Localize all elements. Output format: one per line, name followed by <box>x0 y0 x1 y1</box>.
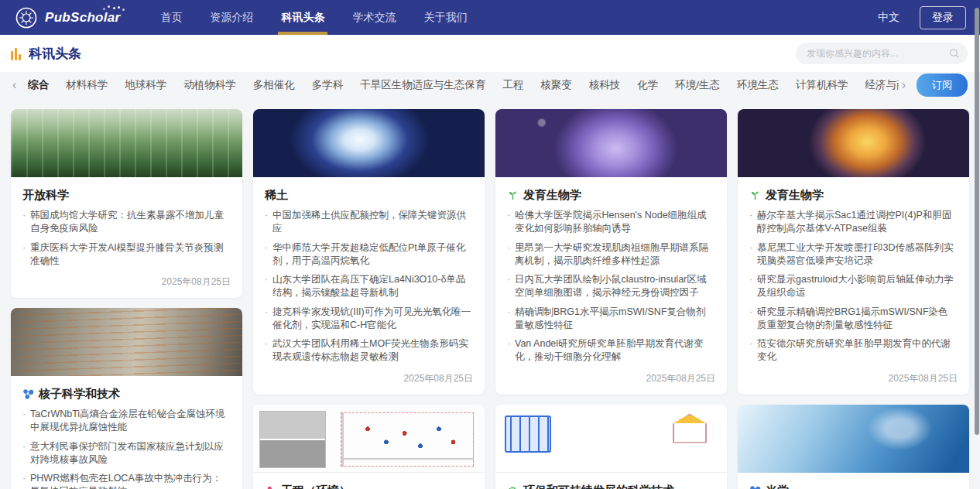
news-item[interactable]: PHWR燃料包壳在LOCA事故中热冲击行为：氢氧协同效应导致裂纹 <box>22 472 231 489</box>
news-item[interactable]: 精确调制BRG1水平揭示mSWI/SNF复合物剂量敏感性特征 <box>507 306 715 333</box>
tab-6[interactable]: 干旱区生物适应与生态保育 <box>360 78 485 92</box>
news-item[interactable]: 中国加强稀土供应配额控制，保障关键资源供应 <box>265 209 473 236</box>
column-3: 发育生物学赫尔辛基大学揭示Sac1通过调控PI(4)P和胆固醇控制高尔基体V-A… <box>738 109 969 489</box>
tab-9[interactable]: 核科技 <box>589 78 621 92</box>
news-list: 哈佛大学医学院揭示Hensen's Node细胞组成变化如何影响胚胎轴向诱导里昂… <box>507 209 715 364</box>
news-card[interactable]: 核子科学和技术TaCrWNbTi高熵合金涂层在铅铋合金腐蚀环境中展现优异抗腐蚀性… <box>11 308 242 489</box>
card-title[interactable]: 开放科学 <box>22 188 231 203</box>
news-item[interactable]: 赫尔辛基大学揭示Sac1通过调控PI(4)P和胆固醇控制高尔基体V-ATPase… <box>749 209 958 236</box>
nav-item-3[interactable]: 学术交流 <box>352 0 396 35</box>
news-item[interactable]: 范安德尔研究所研究单胚胎早期发育中的代谢变化 <box>749 337 958 364</box>
green-campus-image[interactable] <box>11 109 242 177</box>
tab-11[interactable]: 环境/生态 <box>675 78 720 92</box>
tabs-next-icon[interactable]: › <box>899 78 909 92</box>
card-body: 发育生物学哈佛大学医学院揭示Hensen's Node细胞组成变化如何影响胚胎轴… <box>495 177 727 395</box>
news-item[interactable]: TaCrWNbTi高熵合金涂层在铅铋合金腐蚀环境中展现优异抗腐蚀性能 <box>22 408 231 435</box>
card-title-text: 核子科学和技术 <box>39 387 120 402</box>
card-title[interactable]: 工程（环境） <box>265 484 473 489</box>
blue-micro-image[interactable] <box>738 405 969 473</box>
tab-10[interactable]: 化学 <box>637 78 658 92</box>
tab-0[interactable]: 综合 <box>28 78 49 92</box>
cas-logo-icon[interactable] <box>15 7 37 29</box>
news-item[interactable]: Van Andel研究所研究单胚胎早期发育代谢变化，推动干细胞分化理解 <box>507 337 715 364</box>
news-item[interactable]: 捷克科学家发现钪(III)可作为可见光光氧化唯一催化剂，实现温和C-H官能化 <box>265 306 473 333</box>
card-date: 2025年08月25日 <box>507 372 715 385</box>
card-title[interactable]: 光学 <box>749 484 958 489</box>
news-card[interactable]: 发育生物学赫尔辛基大学揭示Sac1通过调控PI(4)P和胆固醇控制高尔基体V-A… <box>738 109 969 395</box>
card-title[interactable]: 发育生物学 <box>507 188 715 203</box>
news-item[interactable]: 里昂第一大学研究发现肌肉祖细胞早期谱系隔离机制，揭示肌肉纤维多样性起源 <box>507 241 715 268</box>
metal-surface-image[interactable] <box>11 308 242 376</box>
column-0: 开放科学韩国成均馆大学研究：抗生素暴露不增加儿童自身免疫病风险重庆医科大学开发A… <box>11 109 242 489</box>
news-item[interactable]: 华中师范大学开发超稳定低配位Pt单原子催化剂，用于高温丙烷氧化 <box>265 241 473 268</box>
news-item[interactable]: 重庆医科大学开发AI模型提升膝骨关节炎预测准确性 <box>22 241 231 268</box>
tabs-prev-icon[interactable]: ‹ <box>9 78 19 92</box>
tab-3[interactable]: 动植物科学 <box>183 78 236 92</box>
sprout-icon <box>749 190 761 201</box>
news-list: 赫尔辛基大学揭示Sac1通过调控PI(4)P和胆固醇控制高尔基体V-ATPase… <box>749 209 958 364</box>
card-body: 核子科学和技术TaCrWNbTi高熵合金涂层在铅铋合金腐蚀环境中展现优异抗腐蚀性… <box>11 376 242 489</box>
subscribe-button[interactable]: 订阅 <box>917 74 968 97</box>
tab-7[interactable]: 工程 <box>502 78 523 92</box>
news-item[interactable]: 武汉大学团队利用稀土MOF荧光生物条形码实现表观遗传标志物超灵敏检测 <box>265 337 473 364</box>
language-switch[interactable]: 中文 <box>878 11 899 25</box>
news-list: 中国加强稀土供应配额控制，保障关键资源供应华中师范大学开发超稳定低配位Pt单原子… <box>265 209 473 364</box>
news-item[interactable]: 山东大学团队在高压下确定La4Ni3O10-δ单晶结构，揭示镍酸盐超导新机制 <box>265 273 473 300</box>
card-title[interactable]: 核子科学和技术 <box>22 387 231 402</box>
search-box[interactable] <box>796 43 968 64</box>
search-icon[interactable] <box>949 48 960 59</box>
card-date: 2025年08月25日 <box>22 275 231 289</box>
card-title-text: 发育生物学 <box>766 188 824 203</box>
nav-item-1[interactable]: 资源介绍 <box>210 0 253 35</box>
energy-diagram-image[interactable] <box>495 405 727 473</box>
news-item[interactable]: 意大利民事保护部门发布国家核应急计划以应对跨境核事故风险 <box>22 440 231 467</box>
news-item[interactable]: 研究显示精确调控BRG1揭示mSWI/SNF染色质重塑复合物的剂量敏感性特征 <box>749 306 958 333</box>
news-card[interactable]: 发育生物学哈佛大学医学院揭示Hensen's Node细胞组成变化如何影响胚胎轴… <box>495 109 727 395</box>
news-item[interactable]: 日内瓦大学团队绘制小鼠claustro-insular区域空间单细胞图谱，揭示神… <box>507 273 715 300</box>
news-item[interactable]: 研究显示gastruloid大小影响前后轴延伸动力学及组织命运 <box>749 273 958 300</box>
column-1: 稀土中国加强稀土供应配额控制，保障关键资源供应华中师范大学开发超稳定低配位Pt单… <box>253 109 485 489</box>
purple-cells-image[interactable] <box>495 109 727 177</box>
ice-crystal-image[interactable] <box>253 109 485 177</box>
card-title-text: 稀土 <box>265 188 288 203</box>
card-title[interactable]: 发育生物学 <box>749 188 958 203</box>
category-tabs-bar: ‹ 综合材料科学地球科学动植物科学多相催化多学科干旱区生物适应与生态保育工程核聚… <box>0 72 980 98</box>
news-card[interactable]: 环保和可持续发展的科学技术氨基混合能源系统：技术、优化方法、目标、限制、应用和突… <box>495 405 727 489</box>
tab-2[interactable]: 地球科学 <box>125 78 166 92</box>
news-card[interactable]: 稀土中国加强稀土供应配额控制，保障关键资源供应华中师范大学开发超稳定低配位Pt单… <box>253 109 485 395</box>
page-title: 科讯头条 <box>29 45 81 63</box>
card-title-text: 发育生物学 <box>523 188 581 203</box>
news-item[interactable]: 韩国成均馆大学研究：抗生素暴露不增加儿童自身免疫病风险 <box>22 209 231 236</box>
nav-item-2[interactable]: 科讯头条 <box>281 0 324 35</box>
news-card[interactable]: 工程（环境）不同来源聚乙烯微塑料衍生的镉（Ⅱ）载体效应的比较研究苏州式园林水体蜡… <box>253 405 485 489</box>
scrollbar[interactable] <box>975 8 979 435</box>
page-header: 科讯头条 <box>0 35 980 72</box>
tab-4[interactable]: 多相催化 <box>253 78 295 92</box>
scatter-figure-image[interactable] <box>253 405 485 473</box>
tab-5[interactable]: 多学科 <box>312 78 344 92</box>
search-input[interactable] <box>807 48 949 59</box>
brand-logo[interactable]: PubScholar <box>45 10 120 26</box>
login-button[interactable]: 登录 <box>920 6 966 29</box>
tab-12[interactable]: 环境生态 <box>737 78 779 92</box>
news-card[interactable]: 开放科学韩国成均馆大学研究：抗生素暴露不增加儿童自身免疫病风险重庆医科大学开发A… <box>11 109 242 298</box>
news-item[interactable]: 哈佛大学医学院揭示Hensen's Node细胞组成变化如何影响胚胎轴向诱导 <box>507 209 715 236</box>
card-date: 2025年08月25日 <box>749 372 958 385</box>
orange-cell-image[interactable] <box>738 109 969 177</box>
headline-bars-icon <box>11 48 22 60</box>
tab-14[interactable]: 经济与商业 <box>865 78 899 92</box>
card-title[interactable]: 环保和可持续发展的科学技术 <box>507 484 715 489</box>
news-item[interactable]: 慕尼黑工业大学开发喷墨打印3D传感器阵列实现脑类器官低噪声安培记录 <box>749 241 958 268</box>
news-card[interactable]: 光学大阪大学开发时间确定性冷冻光学显微镜技术，毫秒冻结细胞捕捉动态瞬间基于多特征… <box>738 405 969 489</box>
card-title[interactable]: 稀土 <box>265 188 473 203</box>
card-body: 工程（环境）不同来源聚乙烯微塑料衍生的镉（Ⅱ）载体效应的比较研究苏州式园林水体蜡… <box>253 473 485 489</box>
tab-8[interactable]: 核聚变 <box>540 78 572 92</box>
nav-item-4[interactable]: 关于我们 <box>423 0 467 35</box>
tab-1[interactable]: 材料科学 <box>66 78 108 92</box>
nav-item-0[interactable]: 首页 <box>160 0 182 35</box>
card-title-text: 工程（环境） <box>281 484 351 489</box>
card-body: 稀土中国加强稀土供应配额控制，保障关键资源供应华中师范大学开发超稳定低配位Pt单… <box>253 177 485 395</box>
card-body: 环保和可持续发展的科学技术氨基混合能源系统：技术、优化方法、目标、限制、应用和突… <box>495 473 727 489</box>
tab-13[interactable]: 计算机科学 <box>796 78 848 92</box>
card-title-text: 开放科学 <box>22 188 69 203</box>
